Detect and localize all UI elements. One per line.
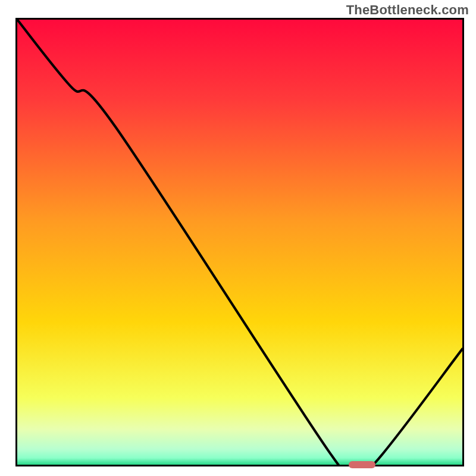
chart-plot-area (15, 18, 464, 466)
chart-minimum-marker (349, 461, 375, 468)
chart-series-curve (17, 20, 462, 465)
watermark-text: TheBottleneck.com (346, 2, 469, 18)
